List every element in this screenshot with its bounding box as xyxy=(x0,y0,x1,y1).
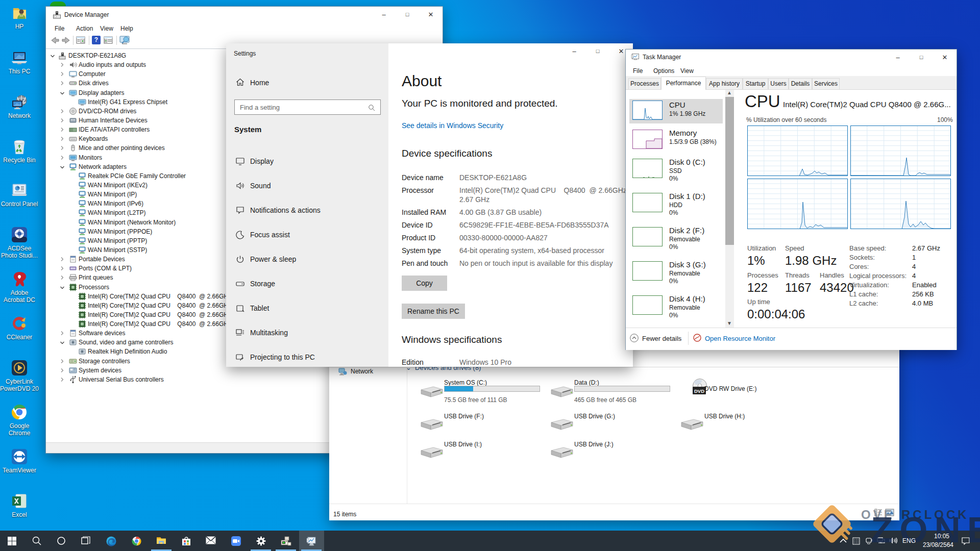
svg-text:DVD: DVD xyxy=(694,388,704,394)
